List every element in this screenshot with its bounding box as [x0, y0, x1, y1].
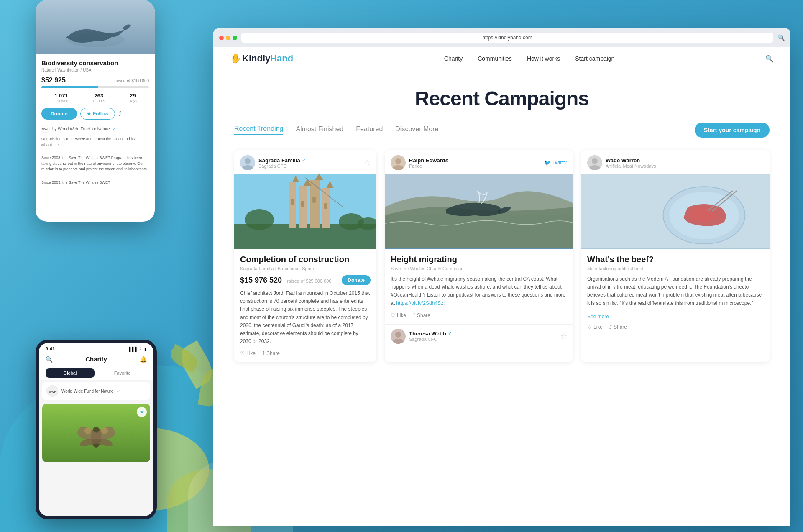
nav-links: Charity Communities How it works Start c… — [444, 55, 615, 62]
card1-user-role: Sagrada CFO — [258, 164, 306, 169]
card3-image — [581, 174, 770, 249]
wifi-icon: ⌇ — [140, 347, 142, 351]
tab-discover-more[interactable]: Discover More — [395, 125, 438, 135]
phone1-donate-button[interactable]: Donate — [41, 108, 77, 120]
tab-almost-finished[interactable]: Almost Finished — [296, 125, 343, 135]
logo: ✋ KindlyHand — [230, 53, 293, 64]
card1-donate-button[interactable]: Donate — [342, 275, 371, 285]
svg-point-9 — [245, 158, 251, 164]
card1-star-button[interactable]: ☆ — [364, 158, 371, 167]
logo-hand-text: Hand — [270, 53, 293, 64]
card1-user-details: Sagrada Familia ✓ Sagrada CFO — [258, 157, 306, 169]
card2-star-button[interactable]: ☆ — [560, 332, 567, 341]
phone1-progress-fill — [41, 86, 98, 88]
battery-icon: ▮ — [144, 347, 147, 351]
phone1-org: WWF by World Wide Fund for Nature ✓ — [41, 125, 149, 133]
svg-point-7 — [101, 427, 108, 434]
card1-body: Completion of construction Sagrada Famíl… — [234, 249, 376, 362]
wwf-logo-icon: WWF — [41, 125, 50, 133]
nav-link-start-campaign[interactable]: Start campaign — [575, 55, 614, 62]
stat-followers-number: 1 071 — [53, 92, 69, 99]
card2-link[interactable]: https://bit.ly/2Sdh4Sz — [396, 300, 443, 306]
verified-icon: ✓ — [113, 127, 116, 131]
card2-twitter-badge: 🐦 Twitter — [544, 159, 567, 166]
card3-user-role: Artificial Meat Nowadays — [606, 164, 656, 169]
phone1-description2: Since 2003, the Save The Whales BWET Pro… — [41, 155, 149, 172]
card1-like-button[interactable]: ♡ Like — [240, 350, 256, 356]
svg-point-36 — [592, 158, 598, 164]
butterfly-image — [42, 404, 150, 462]
phone2-status-bar: 9:41 ▌▌▌ ⌇ ▮ — [39, 343, 153, 353]
card3-subtitle: Manufacturing artificial beef — [587, 266, 764, 271]
browser-search-icon[interactable]: 🔍 — [777, 34, 785, 41]
phone2-bell-icon[interactable]: 🔔 — [140, 356, 147, 363]
card2-user-info: Ralph Edwards Parice — [391, 155, 448, 170]
stat-followers-label: Followers — [53, 99, 69, 103]
signal-icon: ▌▌▌ — [129, 347, 138, 351]
whale-image — [58, 17, 133, 50]
card2-user-avatar — [391, 155, 406, 170]
phone2-org-name: World Wide Fund for Nature — [61, 389, 113, 394]
sagrada-familia-svg — [234, 174, 376, 249]
traffic-light-minimize[interactable] — [226, 36, 230, 40]
logo-kindly-text: Kindly — [242, 53, 270, 64]
phone1-follow-button[interactable]: ★ Follow — [80, 108, 115, 120]
phone1-stats: 1 071 Followers 263 Donors 29 Days — [41, 92, 149, 103]
card3-title: What's the beef? — [587, 255, 764, 264]
card2-share-button[interactable]: ⤴ Share — [413, 312, 430, 318]
browser-chrome: https://kindlyhand.com 🔍 — [213, 28, 790, 47]
start-your-campaign-button[interactable]: Start your campaign — [695, 123, 770, 138]
card3-see-more[interactable]: See more — [587, 314, 609, 320]
tab-featured[interactable]: Featured — [356, 125, 383, 135]
whale-ocean-svg — [385, 174, 573, 249]
card2-footer-user-info: Theresa Webb ✓ Sagrada CFO — [391, 329, 452, 344]
svg-point-34 — [395, 332, 401, 338]
card3-header: Wade Warren Artificial Meat Nowadays — [581, 150, 770, 174]
traffic-lights — [219, 36, 237, 40]
phone2-star-badge[interactable]: ★ — [137, 407, 147, 417]
card3-description: Organisations such as the Modern A Found… — [587, 275, 764, 307]
phone1-subtitle: Nature | Washington / USA — [41, 68, 149, 72]
share-icon: ⤴ — [262, 350, 265, 356]
svg-text:WWF: WWF — [42, 128, 49, 130]
card3-user-name: Wade Warren — [606, 157, 656, 164]
traffic-light-close[interactable] — [219, 36, 224, 40]
phone1-share-button[interactable]: ⤴ — [118, 110, 122, 118]
nav-link-charity[interactable]: Charity — [444, 55, 463, 62]
phone1-amount: $52 925 — [41, 77, 66, 84]
stat-days-label: Days — [128, 99, 137, 103]
nav-link-how-it-works[interactable]: How it works — [527, 55, 560, 62]
phone-mockup-1: Biodiversity conservation Nature | Washi… — [36, 0, 155, 222]
phone1-description3: Since 2003, the Save The Whales BWET — [41, 180, 149, 186]
card1-verified-icon: ✓ — [302, 158, 306, 163]
card1-share-button[interactable]: ⤴ Share — [262, 350, 280, 356]
card2-like-button[interactable]: ♡ Like — [391, 312, 406, 318]
tab-recent-trending[interactable]: Recent Trending — [234, 125, 283, 135]
twitter-icon: 🐦 — [544, 159, 551, 166]
share-icon-2: ⤴ — [413, 312, 415, 318]
phone2-inner: 9:41 ▌▌▌ ⌇ ▮ 🔍 Charity 🔔 Global Favorite… — [39, 343, 153, 516]
url-bar[interactable]: https://kindlyhand.com — [241, 33, 773, 43]
phone2-tab-favorite[interactable]: Favorite — [98, 368, 147, 378]
verified-icon-2: ✓ — [117, 389, 120, 394]
traffic-light-maximize[interactable] — [233, 36, 237, 40]
logo-icon: ✋ — [230, 53, 241, 64]
svg-rect-24 — [301, 201, 304, 207]
card-height-migrating: Ralph Edwards Parice 🐦 Twitter — [385, 150, 573, 362]
nav-search-icon[interactable]: 🔍 — [765, 55, 774, 63]
card3-share-button[interactable]: ⤴ Share — [609, 324, 627, 330]
card1-header: Sagrada Familia ✓ Sagrada CFO ☆ — [234, 150, 376, 174]
heart-icon-2: ♡ — [391, 312, 395, 318]
phone1-content: Biodiversity conservation Nature | Washi… — [36, 54, 155, 190]
card2-user-role: Parice — [409, 164, 448, 169]
svg-point-12 — [245, 209, 274, 230]
phone2-tab-global[interactable]: Global — [46, 368, 95, 378]
card1-amount-row: $15 976 520 raised of $25 000 000 Donate — [240, 275, 371, 285]
card2-subtitle: Save the Whales Charity Campaign — [391, 266, 567, 271]
card3-user-details: Wade Warren Artificial Meat Nowadays — [606, 157, 656, 169]
phone2-search-icon[interactable]: 🔍 — [46, 356, 53, 363]
card1-title: Completion of construction — [240, 255, 371, 264]
butterfly-svg — [71, 412, 121, 454]
nav-link-communities[interactable]: Communities — [478, 55, 512, 62]
card3-like-button[interactable]: ♡ Like — [587, 324, 603, 330]
